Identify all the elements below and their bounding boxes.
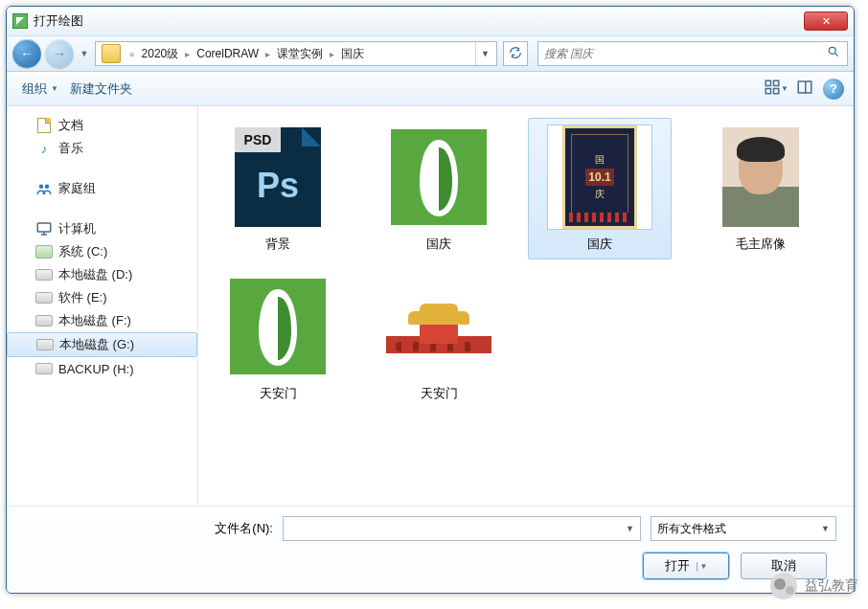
- new-folder-label: 新建文件夹: [70, 80, 132, 98]
- psd-file-icon: PSDPs: [235, 127, 321, 227]
- svg-rect-4: [765, 89, 770, 94]
- nav-history-dropdown[interactable]: ▼: [78, 39, 91, 68]
- svg-rect-2: [765, 80, 770, 85]
- file-item[interactable]: 天安门: [206, 267, 350, 409]
- drive-icon: [35, 266, 53, 283]
- file-item[interactable]: 毛主席像: [689, 118, 833, 259]
- search-box[interactable]: [537, 41, 848, 66]
- preview-pane-button[interactable]: [794, 79, 815, 100]
- breadcrumb-item[interactable]: CorelDRAW: [194, 47, 261, 60]
- new-folder-button[interactable]: 新建文件夹: [64, 77, 138, 102]
- breadcrumb[interactable]: « 2020级 ▸ CorelDRAW ▸ 课堂实例 ▸ 国庆 ▼: [95, 41, 497, 66]
- sidebar-item-music[interactable]: ♪ 音乐: [7, 137, 197, 160]
- file-grid[interactable]: PSDPs背景国庆国10.1庆国庆毛主席像天安门天安门: [198, 106, 854, 506]
- document-icon: [35, 117, 53, 134]
- thumbnails-icon: [764, 79, 781, 99]
- sidebar-drive-item[interactable]: 系统 (C:): [7, 240, 197, 263]
- breadcrumb-item[interactable]: 课堂实例: [275, 46, 325, 62]
- sidebar-drive-item[interactable]: 本地磁盘 (D:): [7, 263, 197, 286]
- dialog-body: 文档 ♪ 音乐 家庭组 计算机 系统 (C:): [7, 106, 854, 506]
- arrow-left-icon: ←: [20, 46, 34, 61]
- wechat-icon: [770, 573, 797, 599]
- view-mode-button[interactable]: ▼: [765, 79, 787, 100]
- filename-label: 文件名(N):: [24, 520, 273, 537]
- folder-icon: [102, 44, 121, 63]
- filetype-combo[interactable]: 所有文件格式 ▼: [651, 516, 836, 541]
- filename-combo[interactable]: ▼: [283, 516, 641, 541]
- window-title: 打开绘图: [34, 12, 83, 30]
- chevron-right-icon: ▸: [261, 49, 275, 59]
- nav-forward-button[interactable]: →: [45, 39, 74, 68]
- organize-menu[interactable]: 组织 ▼: [16, 77, 64, 102]
- drive-icon: [35, 360, 53, 377]
- drive-icon: [36, 336, 54, 353]
- open-button[interactable]: 打开 │▼: [643, 553, 729, 579]
- file-label: 毛主席像: [736, 236, 786, 253]
- file-label: 天安门: [421, 385, 458, 402]
- chevron-down-icon: ▼: [781, 84, 788, 93]
- preview-pane-icon: [796, 79, 813, 99]
- search-button[interactable]: [820, 42, 847, 65]
- coreldraw-file-icon: [391, 129, 487, 225]
- breadcrumb-item[interactable]: 2020级: [140, 46, 181, 62]
- svg-point-0: [829, 47, 835, 54]
- sidebar-drive-item[interactable]: BACKUP (H:): [7, 357, 197, 380]
- toolbar: 组织 ▼ 新建文件夹 ▼ ?: [7, 72, 854, 106]
- file-item[interactable]: 天安门: [367, 267, 511, 409]
- arrow-right-icon: →: [53, 46, 66, 61]
- file-label: 背景: [265, 236, 290, 253]
- open-label: 打开: [665, 557, 690, 575]
- drive-icon: [35, 243, 53, 260]
- watermark-text: 益弘教育: [805, 577, 858, 595]
- search-input[interactable]: [538, 47, 820, 60]
- sidebar-item-label: 家庭组: [58, 180, 96, 197]
- sidebar-item-label: 本地磁盘 (G:): [59, 336, 134, 353]
- music-icon: ♪: [35, 140, 53, 157]
- close-button[interactable]: ✕: [804, 11, 848, 31]
- titlebar: 打开绘图 ✕: [7, 7, 854, 35]
- filetype-value: 所有文件格式: [657, 521, 726, 537]
- sidebar-item-documents[interactable]: 文档: [7, 114, 197, 137]
- sidebar-item-label: 本地磁盘 (D:): [58, 266, 132, 283]
- sidebar-item-label: 音乐: [58, 140, 83, 157]
- split-dropdown-icon: │▼: [696, 562, 708, 571]
- sidebar-drive-item[interactable]: 本地磁盘 (F:): [7, 309, 197, 332]
- dialog-window: 打开绘图 ✕ ← → ▼ « 2020级 ▸ CorelDRAW ▸ 课堂实例 …: [6, 6, 855, 594]
- sidebar-drive-item[interactable]: 软件 (E:): [7, 286, 197, 309]
- search-icon: [827, 45, 840, 62]
- sidebar-item-homegroup[interactable]: 家庭组: [7, 177, 197, 200]
- watermark: 益弘教育: [770, 573, 858, 599]
- drive-icon: [35, 289, 53, 306]
- sidebar-item-label: 文档: [58, 117, 83, 134]
- view-controls: ▼ ?: [765, 79, 844, 100]
- file-item[interactable]: 国庆: [367, 118, 511, 259]
- file-item[interactable]: PSDPs背景: [206, 118, 350, 259]
- sidebar: 文档 ♪ 音乐 家庭组 计算机 系统 (C:): [7, 106, 198, 506]
- file-item[interactable]: 国10.1庆国庆: [528, 118, 672, 259]
- help-button[interactable]: ?: [823, 79, 844, 100]
- sidebar-drive-item[interactable]: 本地磁盘 (G:): [7, 332, 197, 357]
- svg-rect-5: [774, 89, 779, 94]
- chevron-down-icon: ▼: [626, 524, 634, 533]
- sidebar-item-computer[interactable]: 计算机: [7, 217, 197, 240]
- close-icon: ✕: [822, 15, 831, 28]
- breadcrumb-item[interactable]: 国庆: [339, 46, 366, 62]
- file-label: 国庆: [426, 236, 451, 253]
- breadcrumb-dropdown[interactable]: ▼: [475, 42, 494, 65]
- chevron-right-icon: ▸: [180, 49, 194, 59]
- organize-label: 组织: [22, 80, 47, 98]
- svg-point-8: [39, 185, 44, 190]
- image-thumbnail: [386, 300, 491, 353]
- svg-rect-10: [37, 223, 51, 232]
- chevron-down-icon: ▼: [821, 524, 830, 533]
- sidebar-item-label: BACKUP (H:): [58, 362, 134, 376]
- footer: 文件名(N): ▼ 所有文件格式 ▼ 打开 │▼ 取消: [7, 506, 854, 593]
- breadcrumb-overflow[interactable]: «: [125, 49, 140, 59]
- svg-rect-3: [774, 80, 779, 85]
- sidebar-item-label: 系统 (C:): [58, 243, 107, 260]
- nav-back-button[interactable]: ←: [12, 39, 41, 68]
- file-label: 国庆: [587, 236, 612, 253]
- refresh-button[interactable]: [503, 41, 528, 66]
- chevron-down-icon: ▼: [80, 49, 89, 58]
- svg-point-9: [45, 185, 50, 190]
